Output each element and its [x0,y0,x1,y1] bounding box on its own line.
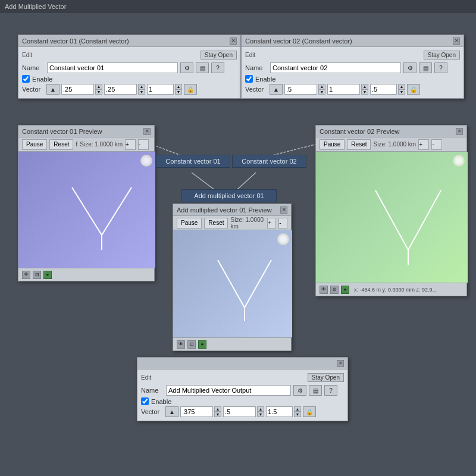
node2-label: Constant vector 02 [242,158,296,165]
panel2-name-input[interactable] [270,62,401,73]
panel1-vector-icon-btn[interactable]: ▲ [46,84,60,95]
node1-box[interactable]: Constant vector 01 [156,155,230,168]
panel3-stay-open-btn[interactable]: Stay Open [308,373,344,382]
preview1-f-label: f [76,141,77,148]
panel3-edit-label: Edit [141,374,151,381]
panel3-v1-input[interactable] [180,406,213,417]
panel2-v1-input[interactable] [284,84,317,95]
preview3-footer: 👁 ⊡ ● [173,337,291,350]
preview1-green-icon[interactable]: ● [43,271,52,279]
panel3-header: ✕ [137,358,347,369]
preview2-close-btn[interactable]: ✕ [456,128,463,135]
panel1-v3-down[interactable]: ▼ [175,89,182,95]
panel2-gear-btn[interactable]: ⚙ [403,62,416,73]
panel2-body: Edit Stay Open Name ⚙ ▤ ? Enable Vector … [242,47,464,98]
panel1-enable-checkbox[interactable] [22,75,30,83]
panel2-save-btn[interactable]: ▤ [419,62,432,73]
panel3-lock-btn[interactable]: 🔒 [303,406,316,417]
preview3-green-icon[interactable]: ● [198,340,206,349]
panel2-help-btn[interactable]: ? [434,62,447,73]
preview3-reset-btn[interactable]: Reset [204,218,228,228]
preview3-toolbar: Pause Reset Size: 1.0000 km + - [173,216,291,230]
preview1-plus-btn[interactable]: + [125,139,136,150]
preview2-coords: x: -464.6 m y: 0.0000 mm z: 92.9... [354,287,437,293]
panel3-v1-down[interactable]: ▼ [214,412,221,417]
panel2-close-btn[interactable]: ✕ [453,37,460,45]
panel1-stay-open-btn[interactable]: Stay Open [201,51,237,60]
panel3-v1-up[interactable]: ▲ [214,406,221,412]
panel1-save-btn[interactable]: ▤ [196,62,209,73]
panel2-v3-up[interactable]: ▲ [398,84,405,89]
panel3-vector-icon-btn[interactable]: ▲ [165,406,178,417]
panel3-v2-input[interactable] [223,406,256,417]
panel1-title: Constant vector 01 (Constant vector) [22,37,129,45]
preview1-pause-btn[interactable]: Pause [22,139,47,150]
panel2-v2-up[interactable]: ▲ [361,84,368,89]
panel1-v2-down[interactable]: ▼ [138,89,145,95]
preview1-frame-icon[interactable]: ⊡ [33,271,41,279]
preview2-frame-icon[interactable]: ⊡ [330,286,339,294]
panel1-v1-up[interactable]: ▲ [95,84,102,89]
panel3-close-btn[interactable]: ✕ [337,360,344,367]
panel3-v3-down[interactable]: ▼ [294,412,301,417]
preview1-minus-btn[interactable]: - [138,139,149,150]
preview2-green-icon[interactable]: ● [341,286,349,294]
preview2-pause-btn[interactable]: Pause [320,139,345,150]
panel1-close-btn[interactable]: ✕ [230,37,237,45]
panel1-v2-up[interactable]: ▲ [138,84,145,89]
panel2-v3-input[interactable] [370,84,397,95]
panel2-vector-icon-btn[interactable]: ▲ [270,84,283,95]
panel2-v1-down[interactable]: ▼ [318,89,325,95]
panel3-enable-checkbox[interactable] [141,397,149,405]
preview1-vector-svg [18,152,155,268]
panel2-v2-down[interactable]: ▼ [361,89,368,95]
preview2-footer: 👁 ⊡ ● x: -464.6 m y: 0.0000 mm z: 92.9..… [316,283,466,296]
panel1-gear-btn[interactable]: ⚙ [180,62,193,73]
panel1-lock-btn[interactable]: 🔒 [184,84,197,95]
preview2-eye-icon[interactable]: 👁 [320,286,328,294]
preview3-frame-icon[interactable]: ⊡ [187,340,196,349]
panel1-name-input[interactable] [47,62,178,73]
panel3-v2-up[interactable]: ▲ [257,406,264,412]
panel2-v3-down[interactable]: ▼ [398,89,405,95]
panel3-name-input[interactable] [166,385,291,396]
panel3-help-btn[interactable]: ? [324,385,337,396]
panel3-gear-btn[interactable]: ⚙ [293,385,306,396]
panel1-help-btn[interactable]: ? [211,62,224,73]
preview1-reset-btn[interactable]: Reset [49,139,73,150]
preview2-minus-btn[interactable]: - [431,139,442,150]
preview3-minus-btn[interactable]: - [278,218,287,228]
preview2-header: Constant vector 02 Preview ✕ [316,126,466,137]
panel2-stay-open-btn[interactable]: Stay Open [424,51,460,60]
app-title: Add Multiplied Vector [5,3,66,10]
panel3-v1-spinbox: ▲ ▼ [214,406,221,417]
node3-box[interactable]: Add multiplied vector 01 [181,189,277,202]
preview1-close-btn[interactable]: ✕ [143,128,151,135]
panel2-edit-bar: Edit Stay Open [245,49,460,61]
panel1-v1-input[interactable] [61,84,94,95]
panel3-v2-down[interactable]: ▼ [257,412,264,417]
preview2-plus-btn[interactable]: + [418,139,429,150]
panel2-lock-btn[interactable]: 🔒 [407,84,420,95]
preview1-eye-icon[interactable]: 👁 [22,271,30,279]
preview3-close-btn[interactable]: ✕ [280,206,287,214]
node2-box[interactable]: Constant vector 02 [232,155,306,168]
panel3-v3-input[interactable] [266,406,293,417]
panel2-name-label: Name [245,64,268,71]
panel1-v3-up[interactable]: ▲ [175,84,182,89]
preview2-reset-btn[interactable]: Reset [347,139,371,150]
panel1-v1-down[interactable]: ▼ [95,89,102,95]
preview3-pause-btn[interactable]: Pause [177,218,202,228]
preview3-eye-icon[interactable]: 👁 [177,340,185,349]
panel1-v2-input[interactable] [104,84,137,95]
panel3-enable-row: Enable [141,397,344,405]
panel2-v2-input[interactable] [327,84,360,95]
panel1-v3-input[interactable] [147,84,174,95]
panel3-save-btn[interactable]: ▤ [309,385,322,396]
panel3-v3-up[interactable]: ▲ [294,406,301,412]
preview1-size: Size: 1.0000 km [80,141,123,148]
panel2-v1-up[interactable]: ▲ [318,84,325,89]
preview1-title: Constant vector 01 Preview [22,128,102,135]
panel2-enable-checkbox[interactable] [245,75,253,83]
preview3-plus-btn[interactable]: + [267,218,276,228]
